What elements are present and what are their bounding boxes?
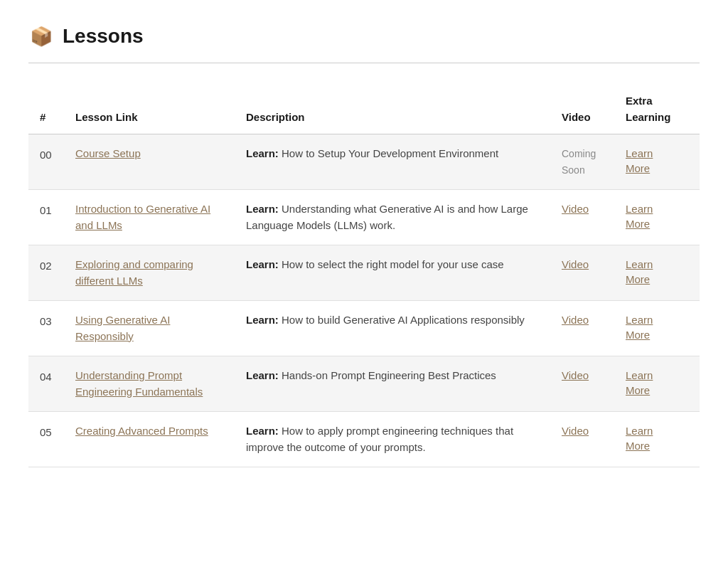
col-header-link: Lesson Link: [64, 85, 235, 134]
lesson-description-cell: Learn: Hands-on Prompt Engineering Best …: [235, 356, 550, 412]
lesson-link[interactable]: Introduction to Generative AI and LLMs: [75, 203, 210, 231]
lesson-link-cell: Exploring and comparing different LLMs: [64, 245, 235, 301]
video-cell: Coming Soon: [550, 134, 614, 190]
page-title: Lessons: [63, 21, 144, 51]
extra-learn-link[interactable]: Learn: [626, 312, 688, 327]
lesson-link[interactable]: Course Setup: [75, 147, 141, 159]
table-row: 00Course SetupLearn: How to Setup Your D…: [28, 134, 700, 190]
desc-bold-label: Learn:: [246, 258, 279, 270]
extra-learn-link[interactable]: Learn: [626, 423, 688, 438]
lesson-link[interactable]: Understanding Prompt Engineering Fundame…: [75, 369, 203, 398]
row-number: 05: [28, 412, 64, 467]
col-header-num: #: [28, 85, 64, 134]
lesson-description-cell: Learn: Understanding what Generative AI …: [235, 190, 550, 245]
row-number: 03: [28, 301, 64, 356]
header-divider: [28, 63, 700, 63]
extra-learn-link[interactable]: Learn: [626, 201, 688, 216]
extra-learning-cell: LearnMore: [614, 190, 700, 245]
lesson-link[interactable]: Using Generative AI Responsibly: [75, 314, 170, 342]
lesson-link[interactable]: Creating Advanced Prompts: [75, 425, 208, 437]
table-row: 04Understanding Prompt Engineering Funda…: [28, 356, 700, 412]
lesson-link-cell: Understanding Prompt Engineering Fundame…: [64, 356, 235, 412]
video-link[interactable]: Video: [562, 425, 589, 437]
lesson-link-cell: Using Generative AI Responsibly: [64, 301, 235, 356]
extra-more-link[interactable]: More: [626, 272, 688, 287]
col-header-description: Description: [235, 85, 550, 134]
desc-text: How to Setup Your Development Environmen…: [279, 147, 498, 159]
extra-learning-cell: LearnMore: [614, 301, 700, 356]
table-row: 03Using Generative AI ResponsiblyLearn: …: [28, 301, 700, 356]
row-number: 00: [28, 134, 64, 190]
extra-learning-cell: LearnMore: [614, 245, 700, 301]
desc-text: How to apply prompt engineering techniqu…: [246, 425, 513, 453]
row-number: 01: [28, 190, 64, 245]
lesson-description-cell: Learn: How to Setup Your Development Env…: [235, 134, 550, 190]
lesson-link[interactable]: Exploring and comparing different LLMs: [75, 258, 193, 287]
lesson-description-cell: Learn: How to build Generative AI Applic…: [235, 301, 550, 356]
desc-text: How to build Generative AI Applications …: [279, 314, 525, 326]
col-header-extra: ExtraLearning: [614, 85, 700, 134]
extra-learning-cell: LearnMore: [614, 356, 700, 412]
table-row: 02Exploring and comparing different LLMs…: [28, 245, 700, 301]
desc-text: Hands-on Prompt Engineering Best Practic…: [279, 369, 496, 381]
desc-bold-label: Learn:: [246, 369, 279, 381]
table-row: 01Introduction to Generative AI and LLMs…: [28, 190, 700, 245]
col-header-video: Video: [550, 85, 614, 134]
extra-more-link[interactable]: More: [626, 327, 688, 342]
video-cell: Video: [550, 190, 614, 245]
lesson-description-cell: Learn: How to select the right model for…: [235, 245, 550, 301]
desc-bold-label: Learn:: [246, 314, 279, 326]
extra-more-link[interactable]: More: [626, 161, 688, 176]
extra-learning-cell: LearnMore: [614, 134, 700, 190]
extra-learn-link[interactable]: Learn: [626, 146, 688, 161]
extra-learn-link[interactable]: Learn: [626, 257, 688, 272]
row-number: 02: [28, 245, 64, 301]
video-link[interactable]: Video: [562, 203, 589, 215]
row-number: 04: [28, 356, 64, 412]
desc-text: Understanding what Generative AI is and …: [246, 203, 528, 231]
lesson-description-cell: Learn: How to apply prompt engineering t…: [235, 412, 550, 467]
video-link[interactable]: Video: [562, 314, 589, 326]
lesson-link-cell: Course Setup: [64, 134, 235, 190]
extra-more-link[interactable]: More: [626, 383, 688, 398]
extra-learning-cell: LearnMore: [614, 412, 700, 467]
page-header: 📦 Lessons: [28, 21, 700, 51]
table-header-row: # Lesson Link Description Video ExtraLea…: [28, 85, 700, 134]
extra-more-link[interactable]: More: [626, 438, 688, 453]
video-cell: Video: [550, 301, 614, 356]
desc-bold-label: Learn:: [246, 203, 279, 215]
lessons-icon: 📦: [28, 23, 54, 49]
lesson-link-cell: Creating Advanced Prompts: [64, 412, 235, 467]
lessons-table: # Lesson Link Description Video ExtraLea…: [28, 85, 700, 467]
video-cell: Video: [550, 245, 614, 301]
page-container: 📦 Lessons # Lesson Link Description Vide…: [0, 0, 728, 489]
extra-learn-link[interactable]: Learn: [626, 368, 688, 383]
lesson-link-cell: Introduction to Generative AI and LLMs: [64, 190, 235, 245]
desc-bold-label: Learn:: [246, 147, 279, 159]
table-row: 05Creating Advanced PromptsLearn: How to…: [28, 412, 700, 467]
desc-text: How to select the right model for your u…: [279, 258, 504, 270]
video-coming-soon: Coming Soon: [562, 148, 596, 176]
extra-more-link[interactable]: More: [626, 216, 688, 231]
video-cell: Video: [550, 356, 614, 412]
video-cell: Video: [550, 412, 614, 467]
video-link[interactable]: Video: [562, 369, 589, 381]
video-link[interactable]: Video: [562, 258, 589, 270]
desc-bold-label: Learn:: [246, 425, 279, 437]
